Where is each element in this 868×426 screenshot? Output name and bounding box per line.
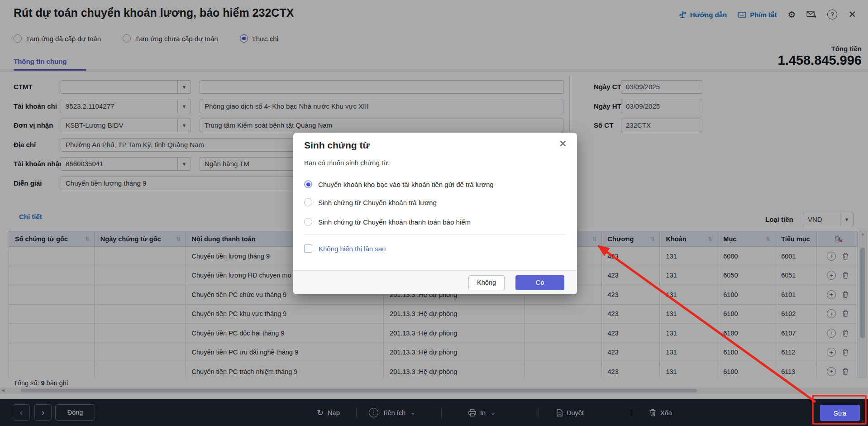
checkbox-label: Không hiển thị lần sau (319, 245, 386, 253)
dialog-option-1[interactable]: Chuyển khoản kho bạc vào tài khoản tiền … (304, 178, 494, 191)
radio-icon (304, 198, 312, 206)
option-label: Sinh chứng từ Chuyển khoản thanh toán bả… (318, 218, 471, 226)
checkbox-icon (304, 244, 312, 253)
radio-icon-selected (304, 180, 312, 188)
yes-button[interactable]: Có (515, 275, 564, 290)
option-label: Chuyển khoản kho bạc vào tài khoản tiền … (318, 181, 494, 188)
option-label: Sinh chứng từ Chuyển khoản trả lương (318, 199, 437, 206)
dont-show-again-checkbox[interactable]: Không hiển thị lần sau (304, 244, 386, 253)
generate-voucher-dialog: Sinh chứng từ ✕ Bạn có muốn sinh chứng t… (293, 133, 577, 294)
dialog-option-2[interactable]: Sinh chứng từ Chuyển khoản trả lương (304, 196, 437, 209)
dialog-title: Sinh chứng từ (304, 140, 370, 151)
radio-icon (304, 218, 312, 226)
edit-button[interactable]: Sửa (820, 405, 860, 421)
dialog-question: Bạn có muốn sinh chứng từ: (304, 159, 390, 167)
dialog-option-3[interactable]: Sinh chứng từ Chuyển khoản thanh toán bả… (304, 215, 471, 228)
no-button[interactable]: Không (468, 275, 505, 290)
dialog-divider (304, 234, 566, 235)
dialog-footer: Không Có (293, 270, 577, 294)
dialog-close-icon[interactable]: ✕ (559, 138, 567, 150)
app-window: Rút dự toán chuyển khoản lương, bảo hiểm… (0, 0, 868, 426)
